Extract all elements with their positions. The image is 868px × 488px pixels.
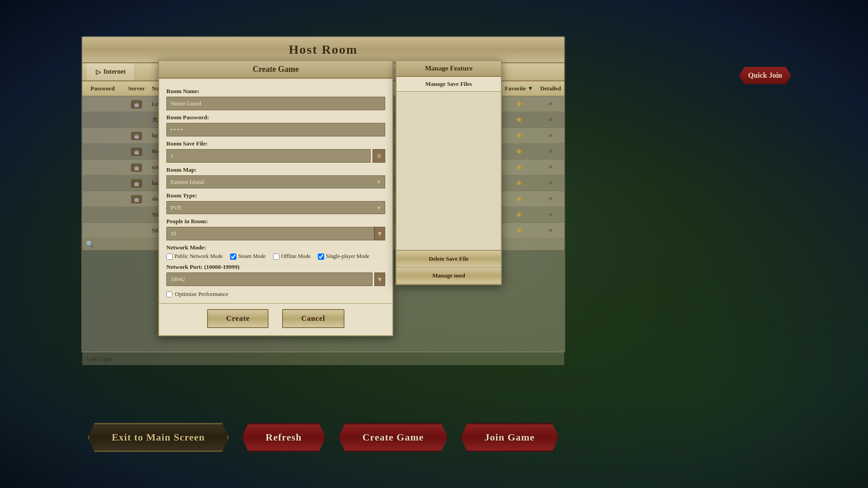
list-icon — [546, 100, 555, 107]
cell-favorite: ★ — [501, 146, 537, 156]
single-player-label[interactable]: Single-player Mode — [318, 253, 369, 260]
optimize-checkbox[interactable] — [166, 291, 172, 297]
title-bar: Host Room — [82, 37, 564, 63]
room-password-input[interactable] — [166, 123, 385, 136]
manage-footer: Delete Save File Manage mod — [396, 250, 501, 284]
list-icon — [546, 131, 555, 139]
steam-mode-label[interactable]: Steam Mode — [230, 253, 266, 260]
single-player-checkbox[interactable] — [318, 253, 324, 260]
cell-detail[interactable] — [537, 147, 564, 155]
list-icon — [546, 147, 555, 155]
network-port-input[interactable] — [166, 272, 373, 286]
bottom-buttons: Exit to Main Screen Refresh Create Game … — [81, 423, 565, 452]
list-icon — [546, 195, 555, 202]
manage-feature-title: Manage Feature — [396, 61, 501, 77]
cell-detail[interactable] — [537, 179, 564, 187]
room-name-input[interactable] — [166, 97, 385, 110]
network-mode-label: Network Mode: — [166, 244, 385, 251]
room-password-label: Room Password: — [166, 114, 385, 121]
people-decrease-button[interactable]: ▼ — [374, 227, 385, 240]
cell-detail[interactable] — [537, 195, 564, 203]
star-icon: ★ — [515, 178, 523, 188]
quick-join-button[interactable]: Quick Join — [739, 67, 791, 84]
manage-save-files-title: Manage Save Files — [396, 77, 501, 92]
col-header-favorite[interactable]: Favorite ▼ — [501, 83, 537, 94]
create-game-dialog: Create Game Room Name: Room Password: Ro… — [158, 60, 393, 336]
bot-icon: 🤖 — [131, 132, 142, 140]
cell-favorite: ★ — [501, 194, 537, 204]
cancel-button[interactable]: Cancel — [282, 309, 344, 328]
list-icon — [546, 179, 555, 186]
cell-favorite: ★ — [501, 210, 537, 220]
last-login: Last Login — [82, 352, 564, 365]
col-header-detailed[interactable]: Detailed — [537, 83, 564, 94]
cell-server: 🤖 — [123, 147, 150, 156]
room-map-wrapper: Eastern Island Western Island — [166, 175, 385, 188]
offline-mode-checkbox[interactable] — [273, 253, 279, 260]
list-icon — [546, 116, 555, 123]
manage-mod-button[interactable]: Manage mod — [396, 267, 501, 284]
col-header-password: Password — [82, 83, 123, 94]
col-header-server: Server — [123, 83, 150, 94]
room-type-select[interactable]: PVE PVP — [166, 201, 385, 214]
star-icon: ★ — [515, 99, 523, 108]
cell-favorite: ★ — [501, 115, 537, 125]
cell-server: 🤖 — [123, 163, 150, 172]
clear-save-file-button[interactable]: ✕ — [373, 149, 385, 163]
room-map-label: Room Map: — [166, 166, 385, 174]
cell-detail[interactable] — [537, 100, 564, 108]
arrow-icon: ▷ — [96, 68, 101, 76]
cell-detail[interactable] — [537, 131, 564, 140]
create-game-bottom-button[interactable]: Create Game — [339, 423, 448, 452]
list-icon — [546, 226, 555, 234]
room-name-label: Room Name: — [166, 88, 385, 95]
star-icon: ★ — [515, 115, 523, 124]
dialog-body: Room Name: Room Password: Room Save File… — [159, 79, 392, 303]
cell-detail[interactable] — [537, 116, 564, 124]
cell-detail[interactable] — [537, 226, 564, 235]
star-icon: ★ — [515, 226, 523, 235]
manage-feature-panel: Manage Feature Manage Save Files Delete … — [396, 60, 502, 285]
room-map-select[interactable]: Eastern Island Western Island — [166, 175, 385, 188]
bot-icon: 🤖 — [131, 164, 142, 172]
room-save-file-label: Room Save File: — [166, 140, 385, 147]
port-decrease-button[interactable]: ▼ — [374, 272, 385, 286]
people-stepper-wrapper: ▼ — [166, 227, 385, 240]
cell-detail[interactable] — [537, 211, 564, 219]
join-game-button[interactable]: Join Game — [461, 423, 559, 452]
cell-favorite: ★ — [501, 131, 537, 141]
cell-detail[interactable] — [537, 163, 564, 171]
cell-favorite: ★ — [501, 225, 537, 235]
people-input[interactable] — [166, 227, 374, 240]
bot-icon: 🤖 — [131, 100, 142, 108]
page-title: Host Room — [88, 42, 559, 57]
public-network-label[interactable]: Public Network Mode — [166, 253, 223, 260]
cell-favorite: ★ — [501, 178, 537, 188]
room-save-file-input[interactable] — [166, 149, 371, 163]
exit-to-main-button[interactable]: Exit to Main Screen — [88, 423, 229, 452]
quick-join-area: Quick Join — [739, 67, 791, 84]
cell-server: 🤖 — [123, 131, 150, 140]
network-mode-row: Public Network Mode Steam Mode Offline M… — [166, 253, 385, 260]
star-icon: ★ — [515, 163, 523, 172]
steam-mode-checkbox[interactable] — [230, 253, 236, 260]
optimize-row: Optimize Performance — [166, 291, 385, 298]
people-label: People in Room: — [166, 218, 385, 225]
offline-mode-label[interactable]: Offline Mode — [273, 253, 311, 260]
cell-server: 🤖 — [123, 179, 150, 188]
bot-icon: 🤖 — [131, 195, 142, 203]
cell-server: 🤖 — [123, 195, 150, 203]
cell-server: 🤖 — [123, 100, 150, 108]
delete-save-file-button[interactable]: Delete Save File — [396, 251, 501, 267]
network-port-wrapper: ▼ — [166, 272, 385, 286]
star-icon: ★ — [515, 131, 523, 140]
optimize-label: Optimize Performance — [175, 291, 228, 298]
dialog-title: Create Game — [159, 61, 392, 79]
tab-internet[interactable]: ▷ Internet — [87, 63, 135, 80]
refresh-button[interactable]: Refresh — [242, 423, 326, 452]
room-save-file-wrapper: ✕ — [166, 149, 385, 163]
bot-icon: 🤖 — [131, 179, 142, 188]
search-icon: 🔍 — [86, 240, 94, 248]
create-button[interactable]: Create — [207, 309, 269, 328]
public-network-checkbox[interactable] — [166, 253, 173, 260]
